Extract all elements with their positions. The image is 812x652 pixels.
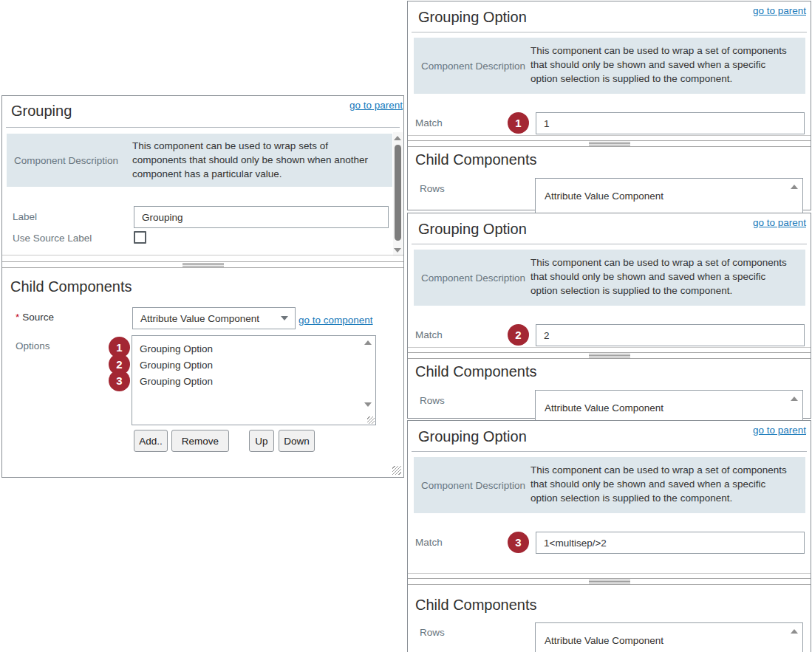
source-select-value: Attribute Value Component: [140, 313, 259, 324]
child-components-heading: Child Components: [415, 363, 537, 380]
component-description-box: Component Description This component can…: [414, 38, 805, 94]
match-input[interactable]: [536, 112, 805, 134]
go-to-parent-link[interactable]: go to parent: [349, 100, 403, 111]
section-divider: [408, 135, 811, 136]
title-divider: [412, 244, 807, 244]
match-label: Match: [415, 329, 443, 340]
horizontal-splitter[interactable]: [408, 352, 811, 359]
options-listbox[interactable]: Grouping Option Grouping Option Grouping…: [132, 335, 376, 425]
grouping-option-panel-1: Grouping Option go to parent Component D…: [407, 1, 811, 210]
label-input[interactable]: [134, 206, 389, 228]
up-button[interactable]: Up: [249, 430, 274, 452]
go-to-parent-link[interactable]: go to parent: [753, 425, 806, 436]
match-input[interactable]: [536, 532, 805, 554]
callout-badge-2: 2: [508, 324, 529, 346]
description-line: option selection is supplied to the comp…: [530, 72, 787, 86]
component-description-box: Component Description This component can…: [414, 250, 805, 306]
scroll-up-icon[interactable]: [364, 340, 372, 345]
title-divider: [412, 451, 807, 452]
description-line: component has a particular value.: [132, 167, 368, 181]
grouping-panel: Grouping go to parent Component Descript…: [1, 95, 404, 478]
chevron-down-icon: [281, 316, 288, 320]
horizontal-splitter[interactable]: [408, 140, 811, 147]
description-line: This component can be used to wrap sets …: [132, 139, 368, 153]
scroll-up-icon[interactable]: [791, 397, 798, 401]
options-list-item[interactable]: Grouping Option: [132, 357, 361, 373]
description-line: option selection is supplied to the comp…: [530, 284, 787, 298]
component-description-label: Component Description: [421, 250, 525, 306]
go-to-parent-link[interactable]: go to parent: [753, 5, 806, 16]
options-list-item[interactable]: Grouping Option: [132, 340, 361, 357]
horizontal-splitter[interactable]: [408, 578, 811, 585]
child-components-heading: Child Components: [415, 597, 537, 614]
use-source-label-label: Use Source Label: [13, 233, 92, 244]
component-description-label: Component Description: [421, 457, 525, 513]
match-input[interactable]: [536, 324, 805, 346]
use-source-label-checkbox[interactable]: [134, 231, 146, 244]
rows-list-item[interactable]: Attribute Value Component: [536, 632, 788, 648]
rows-label: Rows: [420, 627, 445, 638]
scroll-up-icon[interactable]: [791, 185, 798, 189]
page-title: Grouping: [11, 103, 72, 120]
resize-grip-icon[interactable]: [367, 416, 375, 424]
add-button[interactable]: Add..: [134, 430, 168, 452]
form-scrollbar[interactable]: [393, 132, 403, 256]
label-field-label: Label: [13, 211, 37, 222]
callout-badge-1: 1: [508, 112, 529, 134]
child-components-heading: Child Components: [415, 151, 537, 168]
source-label: *Source: [16, 310, 54, 323]
scroll-up-icon[interactable]: [791, 629, 798, 634]
page-title: Grouping Option: [418, 428, 527, 445]
section-divider: [2, 255, 403, 255]
rows-listbox[interactable]: Attribute Value Component: [535, 622, 803, 652]
match-label: Match: [415, 537, 443, 548]
description-line: option selection is supplied to the comp…: [530, 491, 787, 505]
go-to-parent-link[interactable]: go to parent: [753, 217, 806, 228]
description-line: that should only be shown and saved when…: [530, 477, 787, 491]
horizontal-splitter[interactable]: [2, 261, 403, 268]
source-select[interactable]: Attribute Value Component: [132, 307, 296, 329]
scroll-down-icon[interactable]: [394, 248, 401, 253]
panel-resize-grip-icon[interactable]: [392, 466, 401, 475]
description-line: that should only be shown and saved when…: [530, 270, 787, 284]
description-line: This component can be used to wrap a set…: [530, 255, 787, 270]
description-line: This component can be used to wrap a set…: [530, 463, 787, 477]
go-to-component-link[interactable]: go to component: [298, 315, 373, 326]
component-description-box: Component Description This component can…: [414, 457, 805, 513]
rows-list-item[interactable]: Attribute Value Component: [536, 399, 788, 416]
splitter-grip-icon: [182, 263, 224, 268]
title-divider: [412, 32, 807, 32]
description-line: components that should only be shown whe…: [132, 153, 368, 167]
rows-label: Rows: [420, 183, 445, 194]
component-description-label: Component Description: [14, 134, 118, 187]
scroll-up-icon[interactable]: [394, 136, 401, 140]
grouping-option-panel-3: Grouping Option go to parent Component D…: [407, 420, 811, 652]
rows-list-item[interactable]: Attribute Value Component: [536, 188, 788, 204]
screen: Grouping go to parent Component Descript…: [0, 0, 812, 652]
options-label: Options: [16, 340, 50, 351]
rows-label: Rows: [420, 395, 445, 406]
description-line: that should only be shown and saved when…: [530, 58, 787, 72]
scroll-down-icon[interactable]: [364, 402, 372, 407]
match-label: Match: [415, 117, 443, 128]
description-line: This component can be used to wrap a set…: [530, 44, 787, 58]
remove-button[interactable]: Remove: [171, 430, 229, 452]
down-button[interactable]: Down: [279, 430, 315, 452]
splitter-grip-icon: [589, 354, 630, 359]
grouping-option-panel-2: Grouping Option go to parent Component D…: [407, 213, 811, 419]
section-divider: [408, 573, 811, 574]
section-divider: [408, 347, 811, 348]
splitter-grip-icon: [589, 580, 630, 585]
child-components-heading: Child Components: [10, 278, 132, 295]
options-list-item[interactable]: Grouping Option: [132, 373, 361, 389]
callout-badge-3: 3: [508, 532, 529, 553]
page-title: Grouping Option: [418, 9, 527, 26]
component-description-box: Component Description This component can…: [7, 134, 392, 187]
scrollbar-thumb[interactable]: [395, 145, 401, 241]
required-asterisk: *: [16, 312, 19, 323]
splitter-grip-icon: [589, 142, 630, 147]
component-description-label: Component Description: [421, 38, 525, 94]
callout-badge-3: 3: [109, 370, 130, 391]
page-title: Grouping Option: [418, 221, 527, 238]
title-divider: [6, 127, 400, 128]
